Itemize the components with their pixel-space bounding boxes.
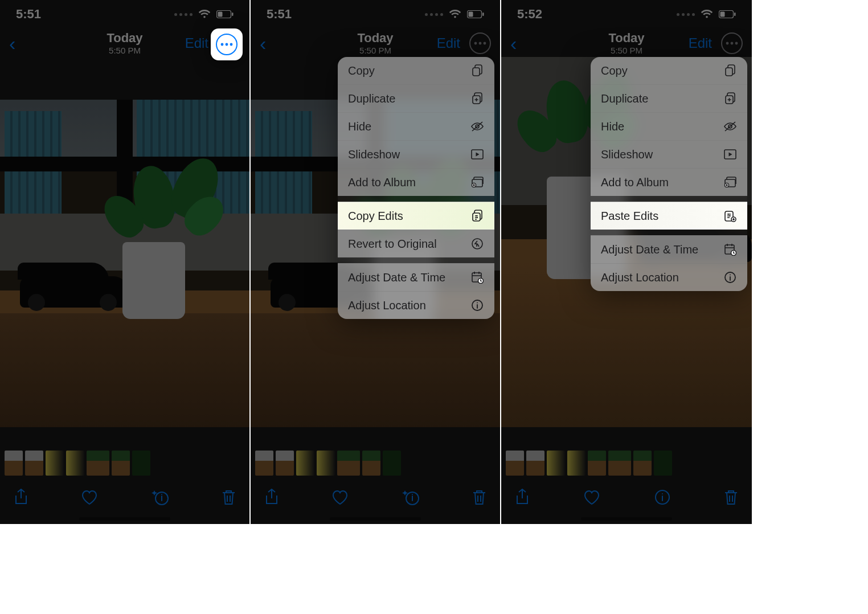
- menu-item-adjust-date[interactable]: Adjust Date & Time: [338, 263, 494, 291]
- menu-item-copy-edits[interactable]: Copy Edits: [338, 202, 494, 230]
- menu-label: Adjust Location: [601, 271, 679, 284]
- thumbnail-strip[interactable]: [251, 449, 500, 477]
- edit-button[interactable]: Edit: [437, 35, 460, 51]
- svg-point-5: [226, 43, 228, 46]
- battery-icon: [719, 10, 736, 18]
- menu-item-duplicate[interactable]: Duplicate: [338, 84, 494, 112]
- thumbnail[interactable]: [633, 451, 652, 476]
- menu-item-add-album[interactable]: Add to Album: [338, 168, 494, 196]
- context-menu: Copy Duplicate Hide Slideshow Add to Alb…: [591, 57, 747, 291]
- thumbnail[interactable]: [296, 451, 314, 476]
- share-icon[interactable]: [264, 489, 279, 506]
- svg-point-6: [230, 43, 233, 46]
- svg-rect-9: [482, 13, 484, 16]
- status-bar: 5:51: [0, 0, 249, 28]
- bottom-toolbar: [251, 482, 500, 513]
- thumbnail[interactable]: [526, 451, 544, 476]
- cell-signal-icon: [677, 13, 695, 16]
- menu-item-adjust-date[interactable]: Adjust Date & Time: [591, 235, 747, 263]
- svg-point-31: [731, 42, 734, 45]
- home-indicator[interactable]: [581, 517, 672, 521]
- thumbnail[interactable]: [46, 451, 64, 476]
- status-time: 5:52: [517, 7, 542, 22]
- menu-item-adjust-location[interactable]: Adjust Location: [338, 291, 494, 319]
- menu-item-duplicate[interactable]: Duplicate: [591, 84, 747, 112]
- home-indicator[interactable]: [79, 517, 170, 521]
- thumbnail[interactable]: [276, 451, 294, 476]
- svg-point-32: [735, 42, 738, 45]
- menu-item-copy[interactable]: Copy: [338, 57, 494, 84]
- menu-item-hide[interactable]: Hide: [338, 112, 494, 140]
- svg-rect-2: [232, 13, 234, 16]
- hide-icon: [470, 120, 484, 133]
- context-menu: Copy Duplicate Hide Slideshow Add to Alb…: [338, 57, 494, 319]
- thumbnail-strip[interactable]: [501, 449, 752, 477]
- thumbnail-current[interactable]: [608, 451, 631, 476]
- svg-rect-8: [469, 12, 473, 17]
- back-button[interactable]: ‹: [260, 34, 266, 53]
- svg-rect-28: [720, 12, 725, 17]
- thumbnail[interactable]: [383, 451, 401, 476]
- info-icon[interactable]: [654, 489, 670, 505]
- share-icon[interactable]: [515, 489, 530, 506]
- svg-rect-34: [726, 68, 732, 76]
- menu-item-slideshow[interactable]: Slideshow: [338, 140, 494, 168]
- copy-icon: [723, 64, 737, 77]
- thumbnail[interactable]: [547, 451, 565, 476]
- menu-item-copy[interactable]: Copy: [591, 57, 747, 84]
- info-sparkle-icon[interactable]: [402, 489, 420, 506]
- battery-icon: [216, 10, 234, 18]
- svg-point-10: [474, 42, 477, 45]
- thumbnail[interactable]: [317, 451, 335, 476]
- svg-point-21: [476, 215, 477, 216]
- more-button[interactable]: [469, 32, 491, 54]
- trash-icon[interactable]: [472, 489, 486, 506]
- copy-icon: [470, 64, 484, 77]
- menu-item-hide[interactable]: Hide: [591, 112, 747, 140]
- edit-button[interactable]: Edit: [185, 35, 208, 51]
- trash-icon[interactable]: [222, 489, 236, 506]
- svg-rect-14: [473, 68, 480, 76]
- svg-rect-29: [734, 13, 736, 16]
- thumbnail[interactable]: [66, 451, 84, 476]
- menu-label: Hide: [601, 120, 624, 133]
- more-button[interactable]: [721, 32, 743, 54]
- menu-item-adjust-location[interactable]: Adjust Location: [591, 263, 747, 291]
- thumbnail-current[interactable]: [337, 451, 360, 476]
- menu-item-add-album[interactable]: Add to Album: [591, 168, 747, 196]
- thumbnail[interactable]: [506, 451, 524, 476]
- favorite-icon[interactable]: [583, 490, 600, 505]
- thumbnail[interactable]: [112, 451, 130, 476]
- info-sparkle-icon[interactable]: [151, 489, 169, 506]
- back-button[interactable]: ‹: [510, 34, 517, 53]
- share-icon[interactable]: [14, 489, 28, 506]
- svg-point-30: [726, 42, 729, 45]
- menu-item-slideshow[interactable]: Slideshow: [591, 140, 747, 168]
- thumbnail[interactable]: [5, 451, 23, 476]
- edit-button[interactable]: Edit: [689, 35, 712, 51]
- thumbnail-strip[interactable]: [0, 449, 249, 477]
- thumbnail[interactable]: [132, 451, 150, 476]
- back-button[interactable]: ‹: [9, 34, 15, 53]
- thumbnail-current[interactable]: [87, 451, 109, 476]
- menu-label: Adjust Date & Time: [601, 243, 698, 256]
- menu-label: Slideshow: [348, 148, 400, 161]
- revert-icon: [470, 237, 484, 251]
- thumbnail[interactable]: [588, 451, 606, 476]
- thumbnail[interactable]: [362, 451, 380, 476]
- favorite-icon[interactable]: [331, 490, 349, 505]
- trash-icon[interactable]: [724, 489, 738, 506]
- thumbnail[interactable]: [567, 451, 586, 476]
- thumbnail[interactable]: [654, 451, 672, 476]
- screenshot-panel-3: 5:52 ‹ Today 5:50 PM Edit: [501, 0, 752, 524]
- home-indicator[interactable]: [330, 517, 421, 521]
- menu-item-revert[interactable]: Revert to Original: [338, 230, 494, 257]
- paste-edits-icon: [723, 209, 737, 223]
- more-button[interactable]: [216, 34, 238, 55]
- hide-icon: [723, 120, 737, 133]
- favorite-icon[interactable]: [81, 490, 98, 505]
- menu-label: Add to Album: [601, 176, 669, 189]
- menu-item-paste-edits[interactable]: Paste Edits: [591, 202, 747, 230]
- thumbnail[interactable]: [255, 451, 273, 476]
- thumbnail[interactable]: [25, 451, 43, 476]
